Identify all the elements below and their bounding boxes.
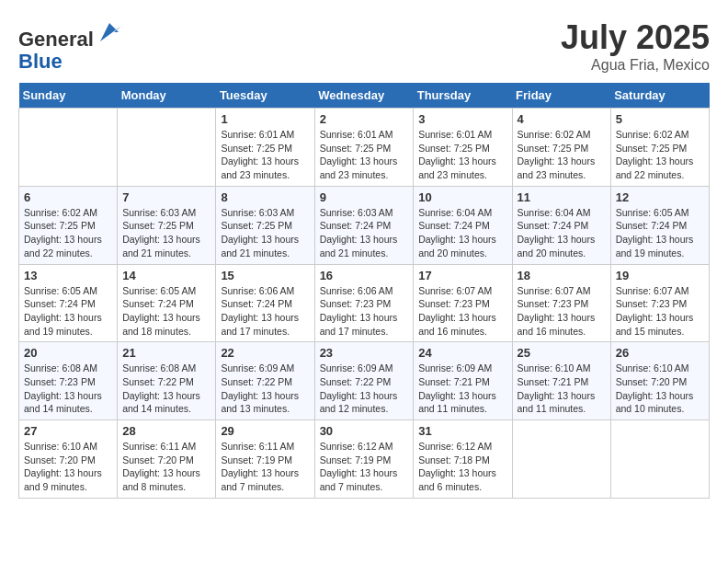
calendar-cell: 1Sunrise: 6:01 AM Sunset: 7:25 PM Daylig…: [216, 109, 314, 187]
day-info: Sunrise: 6:04 AM Sunset: 7:24 PM Dayligh…: [518, 206, 606, 260]
day-number: 1: [221, 112, 309, 126]
calendar-cell: 18Sunrise: 6:07 AM Sunset: 7:23 PM Dayli…: [512, 264, 610, 342]
day-number: 12: [616, 190, 704, 204]
calendar-week-row: 13Sunrise: 6:05 AM Sunset: 7:24 PM Dayli…: [19, 264, 710, 342]
day-number: 26: [616, 346, 704, 360]
calendar-cell: 25Sunrise: 6:10 AM Sunset: 7:21 PM Dayli…: [512, 342, 610, 420]
col-header-sunday: Sunday: [19, 83, 118, 109]
calendar-week-row: 20Sunrise: 6:08 AM Sunset: 7:23 PM Dayli…: [19, 342, 710, 420]
day-info: Sunrise: 6:06 AM Sunset: 7:24 PM Dayligh…: [221, 284, 309, 339]
calendar-cell: 9Sunrise: 6:03 AM Sunset: 7:24 PM Daylig…: [314, 186, 414, 264]
calendar-cell: [512, 420, 610, 499]
calendar-cell: 5Sunrise: 6:02 AM Sunset: 7:25 PM Daylig…: [610, 109, 709, 187]
day-info: Sunrise: 6:10 AM Sunset: 7:21 PM Dayligh…: [518, 362, 606, 416]
day-info: Sunrise: 6:03 AM Sunset: 7:24 PM Dayligh…: [320, 206, 409, 260]
day-number: 22: [221, 346, 309, 360]
calendar-cell: 29Sunrise: 6:11 AM Sunset: 7:19 PM Dayli…: [216, 420, 314, 499]
calendar-cell: [118, 109, 216, 187]
calendar-header-row: SundayMondayTuesdayWednesdayThursdayFrid…: [19, 83, 710, 109]
day-number: 4: [518, 112, 606, 126]
day-info: Sunrise: 6:05 AM Sunset: 7:24 PM Dayligh…: [122, 284, 210, 339]
calendar-cell: [610, 420, 709, 499]
calendar-cell: 19Sunrise: 6:07 AM Sunset: 7:23 PM Dayli…: [610, 264, 709, 342]
day-info: Sunrise: 6:02 AM Sunset: 7:25 PM Dayligh…: [616, 128, 704, 182]
day-number: 30: [320, 424, 409, 438]
calendar-cell: 14Sunrise: 6:05 AM Sunset: 7:24 PM Dayli…: [118, 264, 216, 342]
day-number: 11: [518, 190, 606, 204]
svg-marker-0: [100, 23, 121, 41]
day-info: Sunrise: 6:09 AM Sunset: 7:22 PM Dayligh…: [320, 362, 409, 416]
day-info: Sunrise: 6:02 AM Sunset: 7:25 PM Dayligh…: [24, 206, 112, 260]
day-number: 17: [418, 269, 506, 282]
calendar-cell: 15Sunrise: 6:06 AM Sunset: 7:24 PM Dayli…: [216, 264, 314, 342]
calendar-cell: 28Sunrise: 6:11 AM Sunset: 7:20 PM Dayli…: [118, 420, 216, 499]
col-header-wednesday: Wednesday: [314, 83, 414, 109]
day-info: Sunrise: 6:07 AM Sunset: 7:23 PM Dayligh…: [518, 284, 606, 339]
calendar-cell: 21Sunrise: 6:08 AM Sunset: 7:22 PM Dayli…: [118, 342, 216, 420]
day-info: Sunrise: 6:07 AM Sunset: 7:23 PM Dayligh…: [616, 284, 704, 339]
calendar-cell: 23Sunrise: 6:09 AM Sunset: 7:22 PM Dayli…: [314, 342, 414, 420]
day-info: Sunrise: 6:01 AM Sunset: 7:25 PM Dayligh…: [221, 128, 309, 182]
day-number: 25: [518, 346, 606, 360]
day-info: Sunrise: 6:12 AM Sunset: 7:18 PM Dayligh…: [418, 440, 506, 494]
day-number: 18: [518, 269, 606, 282]
day-number: 20: [24, 346, 112, 360]
page-header: General Blue July 2025 Agua Fria, Mexico: [18, 18, 710, 74]
day-number: 19: [616, 269, 704, 282]
day-info: Sunrise: 6:09 AM Sunset: 7:22 PM Dayligh…: [221, 362, 309, 416]
location: Agua Fria, Mexico: [561, 57, 710, 74]
calendar-cell: [19, 109, 118, 187]
calendar-cell: 3Sunrise: 6:01 AM Sunset: 7:25 PM Daylig…: [414, 109, 512, 187]
day-info: Sunrise: 6:03 AM Sunset: 7:25 PM Dayligh…: [122, 206, 210, 260]
day-number: 7: [122, 190, 210, 204]
calendar-cell: 8Sunrise: 6:03 AM Sunset: 7:25 PM Daylig…: [216, 186, 314, 264]
day-number: 3: [418, 112, 506, 126]
day-number: 9: [320, 190, 409, 204]
day-number: 27: [24, 424, 112, 438]
day-number: 5: [616, 112, 704, 126]
month-title: July 2025: [561, 18, 710, 57]
calendar-cell: 27Sunrise: 6:10 AM Sunset: 7:20 PM Dayli…: [19, 420, 118, 499]
calendar-cell: 12Sunrise: 6:05 AM Sunset: 7:24 PM Dayli…: [610, 186, 709, 264]
day-info: Sunrise: 6:11 AM Sunset: 7:20 PM Dayligh…: [122, 440, 210, 494]
calendar-cell: 4Sunrise: 6:02 AM Sunset: 7:25 PM Daylig…: [512, 109, 610, 187]
calendar-week-row: 1Sunrise: 6:01 AM Sunset: 7:25 PM Daylig…: [19, 109, 710, 187]
day-number: 8: [221, 190, 309, 204]
calendar-cell: 20Sunrise: 6:08 AM Sunset: 7:23 PM Dayli…: [19, 342, 118, 420]
logo-general: General: [18, 28, 94, 51]
day-number: 24: [418, 346, 506, 360]
calendar-cell: 31Sunrise: 6:12 AM Sunset: 7:18 PM Dayli…: [414, 420, 512, 499]
calendar-week-row: 27Sunrise: 6:10 AM Sunset: 7:20 PM Dayli…: [19, 420, 710, 499]
day-number: 16: [320, 269, 409, 282]
day-info: Sunrise: 6:01 AM Sunset: 7:25 PM Dayligh…: [320, 128, 409, 182]
day-number: 28: [122, 424, 210, 438]
logo-bird-icon: [96, 18, 123, 46]
day-info: Sunrise: 6:07 AM Sunset: 7:23 PM Dayligh…: [418, 284, 506, 339]
day-info: Sunrise: 6:02 AM Sunset: 7:25 PM Dayligh…: [518, 128, 606, 182]
day-info: Sunrise: 6:08 AM Sunset: 7:22 PM Dayligh…: [122, 362, 210, 416]
logo: General Blue: [18, 18, 123, 73]
day-info: Sunrise: 6:11 AM Sunset: 7:19 PM Dayligh…: [221, 440, 309, 494]
day-info: Sunrise: 6:04 AM Sunset: 7:24 PM Dayligh…: [418, 206, 506, 260]
col-header-monday: Monday: [118, 83, 216, 109]
col-header-friday: Friday: [512, 83, 610, 109]
calendar-cell: 10Sunrise: 6:04 AM Sunset: 7:24 PM Dayli…: [414, 186, 512, 264]
calendar-cell: 16Sunrise: 6:06 AM Sunset: 7:23 PM Dayli…: [314, 264, 414, 342]
day-info: Sunrise: 6:08 AM Sunset: 7:23 PM Dayligh…: [24, 362, 112, 416]
col-header-tuesday: Tuesday: [216, 83, 314, 109]
day-number: 14: [122, 269, 210, 282]
day-number: 13: [24, 269, 112, 282]
day-info: Sunrise: 6:03 AM Sunset: 7:25 PM Dayligh…: [221, 206, 309, 260]
calendar-cell: 26Sunrise: 6:10 AM Sunset: 7:20 PM Dayli…: [610, 342, 709, 420]
day-info: Sunrise: 6:09 AM Sunset: 7:21 PM Dayligh…: [418, 362, 506, 416]
day-number: 31: [418, 424, 506, 438]
logo-blue: Blue: [18, 51, 63, 73]
day-info: Sunrise: 6:10 AM Sunset: 7:20 PM Dayligh…: [24, 440, 112, 494]
calendar-cell: 30Sunrise: 6:12 AM Sunset: 7:19 PM Dayli…: [314, 420, 414, 499]
calendar-cell: 13Sunrise: 6:05 AM Sunset: 7:24 PM Dayli…: [19, 264, 118, 342]
day-info: Sunrise: 6:06 AM Sunset: 7:23 PM Dayligh…: [320, 284, 409, 339]
calendar-cell: 6Sunrise: 6:02 AM Sunset: 7:25 PM Daylig…: [19, 186, 118, 264]
col-header-saturday: Saturday: [610, 83, 709, 109]
title-block: July 2025 Agua Fria, Mexico: [561, 18, 710, 74]
calendar-table: SundayMondayTuesdayWednesdayThursdayFrid…: [18, 83, 710, 499]
